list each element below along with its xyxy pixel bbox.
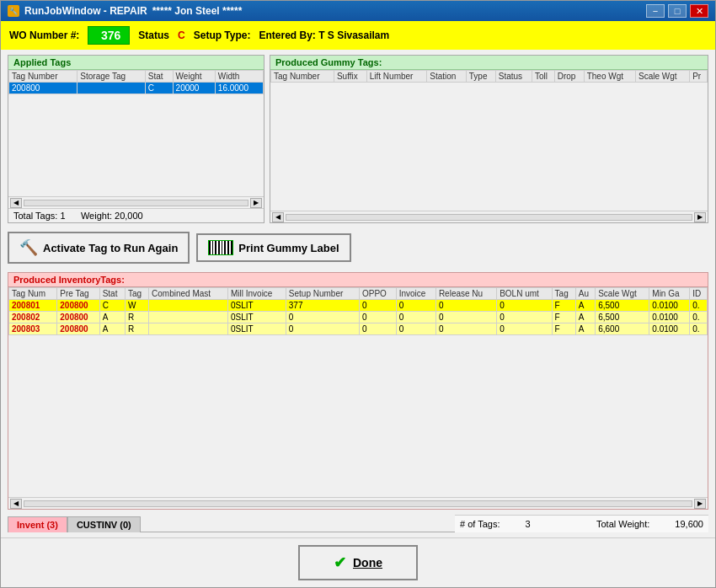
- col-g-lift: Lift Number: [366, 71, 427, 83]
- cell-min-ga: 0.0100: [649, 323, 690, 335]
- cell-au: A: [575, 300, 595, 312]
- maximize-button[interactable]: □: [668, 4, 687, 18]
- cell-pre-tag: 200800: [57, 300, 99, 312]
- status-value: C: [178, 29, 185, 41]
- tab-custinv[interactable]: CUSTINV (0): [67, 516, 141, 532]
- col-i-setup: Setup Number: [286, 288, 359, 300]
- cell-boln: 0: [497, 300, 552, 312]
- cell-pre-tag: 200800: [57, 323, 99, 335]
- table-row[interactable]: 200803 200800 A R 0SLIT 0 0 0 0 0 F A 6,…: [9, 323, 708, 335]
- scroll-right-btn[interactable]: ▶: [250, 198, 262, 208]
- weight-value: 20,000: [115, 211, 143, 221]
- total-tags-label: Total Tags:: [13, 211, 57, 221]
- tab-invent-label: Invent (3): [17, 520, 58, 530]
- scroll-left-btn[interactable]: ◀: [10, 198, 22, 208]
- cell-min-ga: 0.0100: [649, 300, 690, 312]
- setup-label: Setup Type:: [194, 29, 251, 41]
- print-gummy-button[interactable]: Print Gummy Label: [196, 233, 350, 262]
- produced-gummy-panel: Produced Gummy Tags: Tag Number Suffix L…: [270, 55, 708, 223]
- applied-tags-total: Total Tags: 1 Weight: 20,000: [8, 208, 264, 222]
- summary-bar: # of Tags: 3 Total Weight: 19,600: [455, 515, 708, 532]
- cell-tag: R: [125, 323, 148, 335]
- cell-combined: [149, 323, 228, 335]
- col-i-tag2: Tag: [552, 288, 575, 300]
- cell-tag2: F: [552, 300, 575, 312]
- table-row[interactable]: 200800 C 20000 16.0000: [9, 83, 264, 94]
- col-g-suffix: Suffix: [334, 71, 366, 83]
- applied-tags-scrollbar[interactable]: ◀ ▶: [8, 196, 264, 208]
- total-tags-value: 1: [60, 211, 65, 221]
- cell-stat: A: [99, 312, 125, 323]
- title-bar: 🔧 RunJobWindow - REPAIR ***** Jon Steel …: [1, 1, 715, 21]
- applied-tags-panel: Applied Tags Tag Number Storage Tag Stat…: [8, 55, 264, 223]
- cell-release: 0: [435, 312, 496, 323]
- minimize-button[interactable]: −: [646, 4, 665, 18]
- gummy-scrollbar[interactable]: ◀ ▶: [270, 211, 708, 222]
- cell-combined: [149, 312, 228, 323]
- activate-label: Activate Tag to Run Again: [43, 242, 178, 254]
- cell-tag-number: 200800: [9, 83, 77, 94]
- total-weight-value: 19,600: [675, 519, 703, 529]
- num-tags-label: # of Tags:: [460, 519, 500, 529]
- cell-scale-wgt: 6,500: [596, 312, 649, 323]
- wo-bar: WO Number #: 376 Status C Setup Type: En…: [1, 21, 715, 50]
- tab-invent[interactable]: Invent (3): [8, 516, 67, 532]
- col-i-id: ID: [690, 288, 708, 300]
- inv-scroll-right[interactable]: ▶: [694, 499, 706, 509]
- inventory-panel: Produced InventoryTags: Tag Num Pre Tag …: [8, 272, 708, 510]
- main-content: Applied Tags Tag Number Storage Tag Stat…: [1, 50, 715, 537]
- col-i-boln: BOLN umt: [497, 288, 552, 300]
- produced-gummy-table: Tag Number Suffix Lift Number Station Ty…: [270, 70, 708, 83]
- produced-gummy-table-wrapper[interactable]: Tag Number Suffix Lift Number Station Ty…: [270, 70, 708, 211]
- cell-tag-num: 200803: [9, 323, 57, 335]
- wo-number: 376: [88, 26, 130, 45]
- window-user: ***** Jon Steel *****: [152, 5, 243, 17]
- applied-tags-header: Applied Tags: [8, 56, 264, 70]
- col-g-pr: Pr: [690, 71, 708, 83]
- cell-au: A: [575, 312, 595, 323]
- tab-custinv-label: CUSTINV (0): [77, 520, 131, 530]
- cell-mill-inv: 0SLIT: [227, 300, 286, 312]
- total-weight-label: Total Weight:: [596, 519, 649, 529]
- col-i-release: Release Nu: [435, 288, 496, 300]
- cell-boln: 0: [497, 323, 552, 335]
- col-stat: Stat: [145, 71, 173, 83]
- bottom-tabs: Invent (3) CUSTINV (0) # of Tags: 3 Tota…: [8, 515, 708, 532]
- activate-tag-button[interactable]: 🔨 Activate Tag to Run Again: [8, 232, 190, 264]
- col-g-toll: Toll: [532, 71, 554, 83]
- main-window: 🔧 RunJobWindow - REPAIR ***** Jon Steel …: [0, 0, 716, 588]
- entered-by: Entered By: T S Sivasailam: [259, 29, 389, 41]
- inv-scroll-left[interactable]: ◀: [10, 499, 22, 509]
- inventory-header: Produced InventoryTags:: [8, 273, 708, 287]
- done-button[interactable]: ✔ Done: [298, 545, 418, 580]
- col-i-stat: Stat: [99, 288, 125, 300]
- col-g-station: Station: [427, 71, 467, 83]
- cell-weight: 20000: [173, 83, 215, 94]
- col-i-mill: Mill Invoice: [227, 288, 286, 300]
- table-row[interactable]: 200801 200800 C W 0SLIT 377 0 0 0 0 F A …: [9, 300, 708, 312]
- produced-gummy-header: Produced Gummy Tags:: [270, 56, 708, 70]
- barcode-icon: [208, 240, 233, 255]
- col-g-theo: Theo Wgt: [584, 71, 635, 83]
- applied-tags-table-wrapper[interactable]: Tag Number Storage Tag Stat Weight Width…: [8, 70, 264, 196]
- gummy-scroll-right[interactable]: ▶: [694, 212, 706, 222]
- cell-au: A: [575, 323, 595, 335]
- col-g-status: Status: [495, 71, 532, 83]
- check-icon: ✔: [334, 553, 346, 572]
- status-label: Status: [138, 29, 169, 41]
- cell-invoice: 0: [396, 300, 435, 312]
- cell-oppo: 0: [359, 312, 396, 323]
- table-row[interactable]: 200802 200800 A R 0SLIT 0 0 0 0 0 F A 6,…: [9, 312, 708, 323]
- app-icon: 🔧: [8, 5, 19, 17]
- cell-oppo: 0: [359, 323, 396, 335]
- gummy-scroll-left[interactable]: ◀: [272, 212, 284, 222]
- cell-id: 0.: [690, 300, 708, 312]
- cell-release: 0: [435, 323, 496, 335]
- inventory-scrollbar[interactable]: ◀ ▶: [8, 497, 708, 509]
- top-section: Applied Tags Tag Number Storage Tag Stat…: [8, 55, 708, 223]
- cell-tag-num: 200801: [9, 300, 57, 312]
- cell-tag-num: 200802: [9, 312, 57, 323]
- close-button[interactable]: ✕: [690, 4, 708, 18]
- inventory-table-wrapper[interactable]: Tag Num Pre Tag Stat Tag Combined Mast M…: [8, 287, 708, 497]
- title-bar-controls: − □ ✕: [646, 4, 708, 18]
